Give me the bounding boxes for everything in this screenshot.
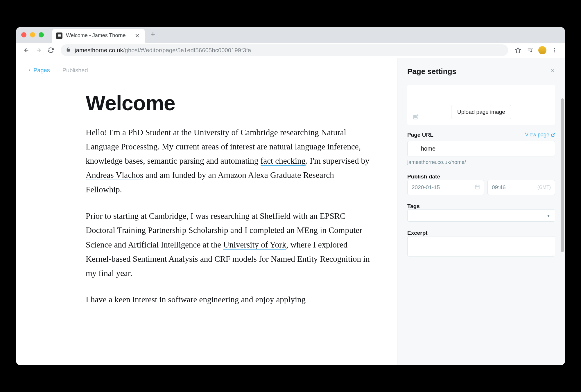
maximize-window-button[interactable] [39, 32, 44, 37]
page-title[interactable]: Welcome [86, 91, 370, 115]
paragraph-1[interactable]: Hello! I'm a PhD Student at the Universi… [86, 125, 370, 197]
url-field: Page URL View page jamesthorne.co.uk/hom… [407, 132, 555, 165]
time-input[interactable]: 09:46 (GMT) [487, 180, 555, 195]
settings-panel: Page settings Upload page image Page URL… [397, 58, 565, 365]
link-fact-checking[interactable]: fact checking [261, 156, 306, 166]
external-link-icon [551, 133, 555, 137]
svg-point-0 [554, 48, 555, 49]
image-upload-area[interactable]: Upload page image [407, 85, 555, 125]
back-button[interactable] [21, 45, 32, 55]
svg-point-2 [554, 51, 555, 52]
timezone-label: (GMT) [537, 185, 551, 190]
paragraph-2[interactable]: Prior to starting at Cambridge, I was re… [86, 209, 370, 280]
media-control-icon[interactable] [525, 45, 535, 55]
address-bar[interactable]: jamesthorne.co.uk/ghost/#/editor/page/5e… [61, 44, 508, 56]
settings-title: Page settings [407, 67, 456, 76]
link-cambridge[interactable]: University of Cambridge [194, 128, 278, 137]
lock-icon [66, 47, 71, 53]
profile-avatar[interactable] [537, 45, 548, 55]
url-preview: jamesthorne.co.uk/home/ [407, 159, 555, 165]
upload-image-button[interactable]: Upload page image [451, 105, 511, 119]
url-text: jamesthorne.co.uk/ghost/#/editor/page/5e… [75, 47, 251, 54]
back-to-pages-link[interactable]: Pages [28, 67, 50, 74]
publish-date-field: Publish date 09:46 (GMT) [407, 174, 555, 195]
article-body[interactable]: Welcome Hello! I'm a PhD Student at the … [86, 91, 370, 307]
link-andreas[interactable]: Andreas Vlachos [86, 170, 143, 180]
tags-label: Tags [407, 203, 555, 209]
date-input[interactable] [407, 180, 484, 195]
editor-area: Pages Published Welcome Hello! I'm a PhD… [16, 58, 397, 365]
date-label: Publish date [407, 174, 555, 180]
link-york[interactable]: University of York [223, 240, 286, 250]
back-label: Pages [33, 67, 50, 74]
close-window-button[interactable] [21, 32, 26, 37]
close-tab-button[interactable]: ✕ [134, 32, 141, 39]
chevron-left-icon [28, 68, 32, 72]
view-page-link[interactable]: View page [525, 132, 555, 138]
window-controls [21, 32, 44, 37]
excerpt-label: Excerpt [407, 230, 555, 236]
tags-select[interactable]: ▾ [407, 209, 555, 222]
new-tab-button[interactable]: + [148, 30, 157, 39]
close-settings-button[interactable] [550, 68, 555, 75]
reload-button[interactable] [46, 45, 56, 55]
settings-header: Page settings [407, 67, 555, 76]
svg-point-1 [554, 50, 555, 50]
tab-title: Welcome - James Thorne [66, 32, 130, 39]
minimize-window-button[interactable] [30, 32, 35, 37]
chevron-down-icon: ▾ [547, 213, 550, 218]
paragraph-3[interactable]: I have a keen interest in software engin… [86, 292, 370, 307]
page-favicon: ☰ [56, 32, 62, 39]
app-content: Pages Published Welcome Hello! I'm a PhD… [16, 58, 565, 365]
calendar-icon [475, 184, 480, 191]
time-value: 09:46 [492, 184, 506, 191]
tab-strip: ☰ Welcome - James Thorne ✕ + [16, 27, 565, 43]
browser-menu-button[interactable] [549, 45, 560, 55]
tags-field: Tags ▾ [407, 203, 555, 222]
bookmark-button[interactable] [513, 45, 523, 55]
upload-icon [413, 114, 419, 121]
forward-button[interactable] [33, 45, 44, 55]
browser-window: ☰ Welcome - James Thorne ✕ + jamesthorne… [16, 27, 565, 365]
page-status: Published [56, 67, 88, 74]
url-input[interactable] [407, 141, 555, 156]
excerpt-input[interactable] [407, 236, 555, 256]
browser-toolbar: jamesthorne.co.uk/ghost/#/editor/page/5e… [16, 43, 565, 58]
url-label: Page URL [407, 132, 433, 138]
excerpt-field: Excerpt [407, 230, 555, 258]
browser-tab[interactable]: ☰ Welcome - James Thorne ✕ [52, 29, 145, 43]
scrollbar[interactable] [561, 98, 564, 252]
svg-rect-3 [475, 185, 479, 189]
editor-header: Pages Published [28, 67, 385, 74]
